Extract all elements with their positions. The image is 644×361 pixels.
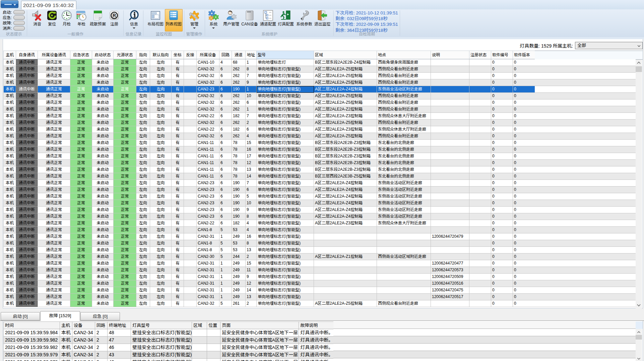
svg-text:R: R [113, 13, 116, 18]
